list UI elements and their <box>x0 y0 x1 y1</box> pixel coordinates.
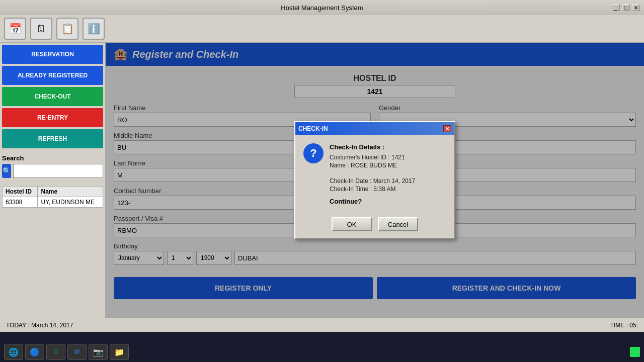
modal-title: CHECK-IN <box>298 125 328 132</box>
taskbar-excel[interactable]: X <box>46 344 65 360</box>
modal-cancel-button[interactable]: Cancel <box>378 217 418 231</box>
modal-question-icon: ? <box>303 143 324 163</box>
search-label: Search <box>2 154 103 162</box>
guests-table: Hostel ID Name 63308 UY, EUDINSON ME <box>2 186 103 208</box>
modal-footer: OK Cancel <box>295 213 454 238</box>
taskbar: 🌐 🔵 X W 📷 📁 <box>0 342 644 362</box>
toolbar-btn-3[interactable]: 📋 <box>56 18 78 40</box>
minimize-button[interactable]: _ <box>612 4 620 11</box>
search-area: Search 🔍 <box>0 150 105 182</box>
form-panel: 🏨 Register and Check-In HOSTEL ID 1421 F… <box>106 43 644 318</box>
taskbar-right <box>630 347 640 357</box>
modal-date-line: Check-In Date : March 14, 2017 <box>330 177 446 185</box>
close-button[interactable]: ✕ <box>632 4 640 11</box>
toolbar: 📅 🗓 📋 ℹ️ <box>0 15 644 43</box>
modal-time-line: Check-In Time : 5:38 AM <box>330 186 446 193</box>
modal-continue-text: Continue? <box>330 198 446 205</box>
main-window: 📅 🗓 📋 ℹ️ RESERVATION ALREADY REGISTERED … <box>0 15 644 332</box>
taskbar-indicator <box>630 347 640 357</box>
modal-ok-button[interactable]: OK <box>332 217 372 231</box>
content-area: RESERVATION ALREADY REGISTERED CHECK-OUT… <box>0 43 644 318</box>
col-name: Name <box>38 187 103 197</box>
search-input[interactable] <box>13 164 103 178</box>
sidebar-item-reservation[interactable]: RESERVATION <box>2 45 103 64</box>
modal-hostel-id-line: Costumer's Hostel ID : 1421 <box>330 154 446 161</box>
cell-name: UY, EUDINSON ME <box>38 197 103 208</box>
sidebar-item-reentry[interactable]: RE-ENTRY <box>2 108 103 127</box>
modal-title-bar: CHECK-IN ✕ <box>295 122 454 135</box>
taskbar-camera[interactable]: 📷 <box>89 344 108 360</box>
sidebar-item-already-registered[interactable]: ALREADY REGISTERED <box>2 66 103 85</box>
modal-content: Check-In Details : Costumer's Hostel ID … <box>330 143 446 205</box>
left-sidebar: RESERVATION ALREADY REGISTERED CHECK-OUT… <box>0 43 106 318</box>
search-icon: 🔍 <box>3 167 11 175</box>
title-bar: Hostel Management System _ □ ✕ <box>0 0 644 15</box>
status-bar: TODAY : March 14, 2017 TIME : 05: <box>0 318 644 332</box>
modal-name-line: Name : ROSE BUDS ME <box>330 162 446 169</box>
sidebar-item-checkout[interactable]: CHECK-OUT <box>2 87 103 106</box>
window-controls: _ □ ✕ <box>612 4 640 11</box>
toolbar-btn-2[interactable]: 🗓 <box>30 18 52 40</box>
taskbar-folder[interactable]: 📁 <box>110 344 129 360</box>
col-hostel-id: Hostel ID <box>3 187 38 197</box>
modal-details-title: Check-In Details : <box>330 143 446 151</box>
cell-hostel-id: 63308 <box>3 197 38 208</box>
status-time: TIME : 05: <box>610 322 638 329</box>
toolbar-btn-1[interactable]: 📅 <box>4 18 26 40</box>
maximize-button[interactable]: □ <box>622 4 630 11</box>
table-container: Hostel ID Name 63308 UY, EUDINSON ME <box>0 182 105 210</box>
table-row[interactable]: 63308 UY, EUDINSON ME <box>3 197 103 208</box>
search-row: 🔍 <box>2 164 103 178</box>
taskbar-chrome[interactable]: 🔵 <box>25 344 44 360</box>
checkin-modal: CHECK-IN ✕ ? Check-In Details : Costumer… <box>294 121 455 239</box>
toolbar-btn-4[interactable]: ℹ️ <box>83 18 105 40</box>
taskbar-start[interactable]: 🌐 <box>4 344 23 360</box>
sidebar-item-refresh[interactable]: REFRESH <box>2 129 103 148</box>
taskbar-word[interactable]: W <box>67 344 87 360</box>
modal-body: ? Check-In Details : Costumer's Hostel I… <box>295 135 454 213</box>
status-date: TODAY : March 14, 2017 <box>6 322 73 329</box>
modal-close-button[interactable]: ✕ <box>443 125 451 132</box>
sidebar-nav: RESERVATION ALREADY REGISTERED CHECK-OUT… <box>0 43 105 150</box>
search-button[interactable]: 🔍 <box>2 164 11 178</box>
modal-overlay: CHECK-IN ✕ ? Check-In Details : Costumer… <box>106 43 644 318</box>
window-title: Hostel Management System <box>281 4 363 12</box>
